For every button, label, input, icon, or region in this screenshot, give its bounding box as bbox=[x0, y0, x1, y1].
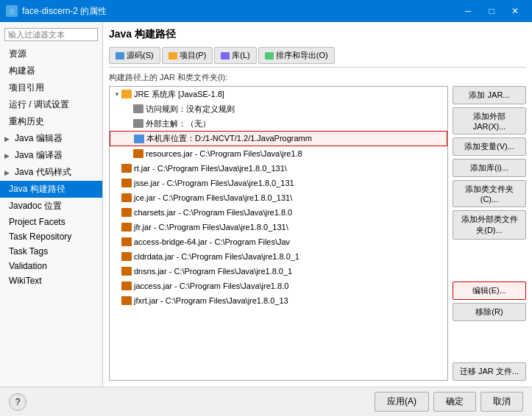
tree-item-jre-system[interactable]: ▼JRE 系统库 [JavaSE-1.8] bbox=[110, 87, 447, 101]
expand-arrow-java-compiler: ▶ bbox=[4, 152, 12, 159]
window-controls: ─ □ ✕ bbox=[457, 4, 526, 18]
tree-expand-access-bridge bbox=[113, 237, 121, 246]
tree-expand-jfr-jar bbox=[113, 223, 121, 232]
sidebar-item-run-debug[interactable]: 运行 / 调试设置 bbox=[0, 96, 102, 113]
tree-item-dnsns-jar[interactable]: dnsns.jar - C:\Program Files\Java\jre1.8… bbox=[110, 264, 447, 279]
expand-arrow-java-editor: ▶ bbox=[4, 135, 12, 143]
sidebar-item-label-project-facets: Project Facets bbox=[9, 217, 65, 227]
edit-button[interactable]: 编辑(E)... bbox=[453, 281, 526, 300]
sidebar-item-label-builder: 构建器 bbox=[9, 65, 35, 77]
tree-item-jce-jar[interactable]: jce.jar - C:\Program Files\Java\jre1.8.0… bbox=[110, 190, 447, 205]
sidebar-item-project-ref[interactable]: 项目引用 bbox=[0, 79, 102, 96]
tree-panel[interactable]: ▼JRE 系统库 [JavaSE-1.8]访问规则：没有定义规则外部主解：（无）… bbox=[109, 86, 448, 381]
tree-item-native-loc[interactable]: 本机库位置：D:/1-NCVT/1.2/1.JavaProgramm bbox=[110, 131, 447, 146]
remove-button[interactable]: 移除(R) bbox=[453, 303, 526, 321]
tree-item-rt-jar[interactable]: rt.jar - C:\Program Files\Java\jre1.8.0_… bbox=[110, 161, 447, 176]
tree-icon-jar bbox=[121, 208, 132, 217]
sidebar-item-label-java-build-path: Java 构建路径 bbox=[9, 183, 65, 196]
tree-icon-jar bbox=[121, 193, 132, 202]
sidebar-item-label-javadoc: Javadoc 位置 bbox=[9, 200, 62, 212]
apply-button[interactable]: 应用(A) bbox=[375, 392, 429, 412]
sidebar-item-label-resources: 资源 bbox=[9, 48, 26, 60]
tree-item-text-jsse-jar: jsse.jar - C:\Program Files\Java\jre1.8.… bbox=[134, 179, 294, 187]
tree-item-text-jre-system: JRE 系统库 [JavaSE-1.8] bbox=[134, 89, 224, 100]
content-split: ▼JRE 系统库 [JavaSE-1.8]访问规则：没有定义规则外部主解：（无）… bbox=[109, 86, 526, 381]
tree-item-text-rt-jar: rt.jar - C:\Program Files\Java\jre1.8.0_… bbox=[134, 164, 287, 173]
help-button[interactable]: ? bbox=[9, 393, 26, 411]
cancel-button[interactable]: 取消 bbox=[480, 392, 523, 412]
close-button[interactable]: ✕ bbox=[504, 4, 526, 18]
tree-icon-jar bbox=[121, 164, 132, 173]
tree-item-cldrdata-jar[interactable]: cldrdata.jar - C:\Program Files\Java\jre… bbox=[110, 249, 447, 264]
tree-item-jsse-jar[interactable]: jsse.jar - C:\Program Files\Java\jre1.8.… bbox=[110, 176, 447, 190]
tree-icon-jar bbox=[133, 149, 143, 158]
tree-expand-charsets-jar bbox=[113, 208, 121, 217]
tree-icon-jre bbox=[121, 90, 132, 98]
maximize-button[interactable]: □ bbox=[480, 4, 503, 18]
tree-item-text-dnsns-jar: dnsns.jar - C:\Program Files\Java\jre1.8… bbox=[134, 267, 292, 276]
tab-library[interactable]: 库(L) bbox=[214, 47, 256, 64]
tab-project[interactable]: 项目(P) bbox=[162, 47, 213, 64]
add-class-folder-button[interactable]: 添加类文件夹(C)... bbox=[453, 180, 526, 207]
panel-title: Java 构建路径 bbox=[109, 28, 526, 41]
tree-icon-jar bbox=[121, 296, 132, 305]
migrate-button[interactable]: 迁移 JAR 文件... bbox=[453, 362, 526, 381]
action-panel: 添加 JAR... 添加外部 JAR(X)... 添加变量(V)... 添加库(… bbox=[453, 86, 526, 381]
tree-item-external-native[interactable]: 外部主解：（无） bbox=[110, 116, 447, 131]
sidebar-item-wikitext[interactable]: WikiText bbox=[0, 273, 102, 288]
sidebar-item-builder[interactable]: 构建器 bbox=[0, 62, 102, 79]
sidebar-item-label-project-ref: 项目引用 bbox=[9, 82, 44, 94]
tree-item-jaccess-jar[interactable]: jaccess.jar - C:\Program Files\Java\jre1… bbox=[110, 279, 447, 293]
sidebar-item-label-wikitext: WikiText bbox=[9, 276, 42, 286]
tree-item-access-bridge[interactable]: access-bridge-64.jar - C:\Program Files\… bbox=[110, 234, 447, 249]
right-panel: Java 构建路径 源码(S) 项目(P) 库(L) 排序和导出(O) bbox=[103, 22, 532, 387]
filter-input[interactable] bbox=[4, 28, 98, 41]
tree-item-jfxrt-jar[interactable]: jfxrt.jar - C:\Program Files\Java\jre1.8… bbox=[110, 293, 447, 308]
sidebar-item-label-run-debug: 运行 / 调试设置 bbox=[9, 98, 69, 111]
tree-item-text-resources-jar: resources.jar - C:\Program Files\Java\jr… bbox=[146, 149, 302, 158]
tree-item-text-jfxrt-jar: jfxrt.jar - C:\Program Files\Java\jre1.8… bbox=[134, 296, 288, 305]
tree-icon-rule bbox=[133, 104, 143, 113]
tab-source[interactable]: 源码(S) bbox=[109, 47, 160, 64]
library-icon bbox=[221, 52, 230, 60]
tree-icon-jar bbox=[121, 179, 132, 187]
add-library-button[interactable]: 添加库(i)... bbox=[453, 159, 526, 177]
minimize-button[interactable]: ─ bbox=[457, 4, 479, 18]
add-external-jar-button[interactable]: 添加外部 JAR(X)... bbox=[453, 107, 526, 135]
sidebar-item-javadoc[interactable]: Javadoc 位置 bbox=[0, 198, 102, 215]
add-variable-button[interactable]: 添加变量(V)... bbox=[453, 137, 526, 156]
tree-item-text-jce-jar: jce.jar - C:\Program Files\Java\jre1.8.0… bbox=[134, 193, 292, 202]
tree-item-text-access-bridge: access-bridge-64.jar - C:\Program Files\… bbox=[134, 237, 290, 246]
tree-expand-native-loc bbox=[125, 135, 134, 143]
tree-icon-ext bbox=[133, 119, 143, 128]
tree-expand-cldrdata-jar bbox=[113, 252, 121, 261]
tree-icon-jar bbox=[121, 223, 132, 232]
tree-item-jfr-jar[interactable]: jfr.jar - C:\Program Files\Java\jre1.8.0… bbox=[110, 220, 447, 234]
window-title: face-discern-2 的属性 bbox=[22, 5, 457, 18]
sidebar-item-resources[interactable]: 资源 bbox=[0, 46, 102, 62]
tree-expand-dnsns-jar bbox=[113, 267, 121, 276]
tree-item-text-external-native: 外部主解：（无） bbox=[146, 118, 210, 129]
sidebar-item-java-build-path[interactable]: Java 构建路径 bbox=[0, 181, 102, 198]
sidebar-item-task-repository[interactable]: Task Repository bbox=[0, 229, 102, 244]
sidebar-item-project-facets[interactable]: Project Facets bbox=[0, 215, 102, 229]
tree-expand-jre-system[interactable]: ▼ bbox=[113, 90, 121, 98]
ok-button[interactable]: 确定 bbox=[433, 392, 476, 412]
tab-order[interactable]: 排序和导出(O) bbox=[258, 47, 335, 64]
tree-item-access-rules[interactable]: 访问规则：没有定义规则 bbox=[110, 101, 447, 116]
tree-item-text-access-rules: 访问规则：没有定义规则 bbox=[146, 104, 235, 115]
tree-item-text-cldrdata-jar: cldrdata.jar - C:\Program Files\Java\jre… bbox=[134, 252, 299, 261]
add-jar-button[interactable]: 添加 JAR... bbox=[453, 86, 526, 104]
add-external-class-button[interactable]: 添加外部类文件夹(D)... bbox=[453, 210, 526, 240]
sidebar-item-java-editor[interactable]: ▶Java 编辑器 bbox=[0, 130, 102, 147]
tree-item-charsets-jar[interactable]: charsets.jar - C:\Program Files\Java\jre… bbox=[110, 205, 447, 220]
sidebar-item-validation[interactable]: Validation bbox=[0, 259, 102, 273]
sidebar: 资源构建器项目引用运行 / 调试设置重构历史▶Java 编辑器▶Java 编译器… bbox=[0, 22, 103, 387]
sidebar-item-task-tags[interactable]: Task Tags bbox=[0, 244, 102, 259]
sidebar-item-java-code-style[interactable]: ▶Java 代码样式 bbox=[0, 164, 102, 181]
tree-icon-jar bbox=[121, 237, 132, 246]
tree-item-resources-jar[interactable]: resources.jar - C:\Program Files\Java\jr… bbox=[110, 146, 447, 161]
tree-icon-jar bbox=[121, 252, 132, 261]
sidebar-item-java-compiler[interactable]: ▶Java 编译器 bbox=[0, 147, 102, 164]
sidebar-item-history[interactable]: 重构历史 bbox=[0, 113, 102, 130]
